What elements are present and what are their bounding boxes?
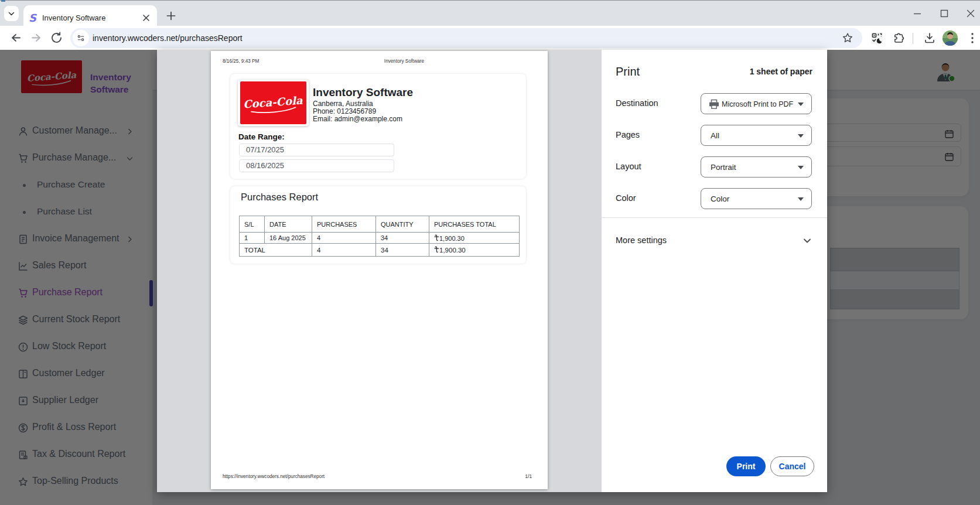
new-tab-button[interactable] xyxy=(166,11,176,21)
window-close-button[interactable] xyxy=(966,9,975,18)
site-settings-icon[interactable] xyxy=(77,34,85,42)
selected-value: Portrait xyxy=(711,163,736,172)
purchases-report-card: Purchases Report S/LDATEPURCHASESQUANTIT… xyxy=(230,186,526,264)
selected-value: Microsoft Print to PDF xyxy=(722,100,793,108)
tab-search-button[interactable] xyxy=(4,6,19,21)
back-button[interactable] xyxy=(9,31,23,45)
download-icon[interactable] xyxy=(924,32,935,44)
setting-label: Layout xyxy=(616,162,641,171)
taka-symbol-icon xyxy=(434,247,439,254)
print-setting-destination: DestinationMicrosoft Print to PDF xyxy=(602,93,827,114)
window-edge-accent xyxy=(1,0,5,2)
browser-tab[interactable]: S Inventory Software xyxy=(23,5,157,26)
browser-toolbar: inventory.wwcoders.net/purchasesReport xyxy=(0,26,980,50)
company-info-card: Coca-Cola Inventory Software Canberra, A… xyxy=(230,74,526,179)
print-header-title: Inventory Software xyxy=(360,59,448,64)
setting-label: Destination xyxy=(616,98,658,108)
selected-value: Color xyxy=(711,195,729,203)
reload-button[interactable] xyxy=(50,31,64,45)
date-to-value: 08/16/2025 xyxy=(239,159,394,172)
url-text: inventory.wwcoders.net/purchasesReport xyxy=(93,33,243,43)
print-dialog: 8/16/25, 9:43 PM Inventory Software Coca… xyxy=(157,50,827,492)
print-setting-pages: PagesAll xyxy=(602,125,827,146)
window-minimize-button[interactable] xyxy=(913,9,922,18)
table-row: 1 16 Aug 2025 4 34 1,900.30 xyxy=(240,233,520,244)
setting-label: Color xyxy=(616,193,636,203)
tab-title: Inventory Software xyxy=(42,13,105,22)
dropdown-caret-icon xyxy=(798,103,804,106)
company-address: Canberra, Australia xyxy=(313,100,373,108)
tab-strip: S Inventory Software xyxy=(0,0,980,26)
forward-button[interactable] xyxy=(29,31,43,45)
print-dialog-title: Print xyxy=(616,65,640,79)
company-email: Email: admin@example.com xyxy=(313,115,402,123)
print-setting-layout: LayoutPortrait xyxy=(602,156,827,178)
print-header-datetime: 8/16/25, 9:43 PM xyxy=(223,59,259,64)
more-settings-chevron-icon[interactable] xyxy=(803,236,812,245)
tab-close-icon[interactable] xyxy=(142,14,150,22)
date-range-label: Date Range: xyxy=(238,132,285,141)
dropdown-caret-icon xyxy=(798,197,804,201)
address-bar[interactable]: inventory.wwcoders.net/purchasesReport xyxy=(70,28,862,48)
pages-dropdown[interactable]: All xyxy=(701,125,812,146)
dropdown-caret-icon xyxy=(798,166,804,169)
chevron-down-icon xyxy=(8,10,15,18)
browser-menu-icon[interactable] xyxy=(969,32,976,45)
table-header-row: S/LDATEPURCHASESQUANTITYPURCHASES TOTAL xyxy=(240,216,520,233)
dropdown-caret-icon xyxy=(798,134,804,138)
report-title: Purchases Report xyxy=(241,192,318,203)
purchases-table: S/LDATEPURCHASESQUANTITYPURCHASES TOTAL … xyxy=(239,216,520,257)
site-favicon-icon: S xyxy=(29,12,39,23)
print-preview-page: 8/16/25, 9:43 PM Inventory Software Coca… xyxy=(211,51,548,489)
table-total-row: TOTAL 4 34 1,900.30 xyxy=(240,244,520,257)
taka-symbol-icon xyxy=(434,234,439,241)
company-phone: Phone: 0123456789 xyxy=(313,107,376,115)
cancel-button[interactable]: Cancel xyxy=(770,456,814,476)
print-setting-color: ColorColor xyxy=(602,188,827,209)
selected-value: All xyxy=(711,131,719,140)
bookmark-star-icon[interactable] xyxy=(841,32,854,45)
color-dropdown[interactable]: Color xyxy=(701,188,812,209)
printer-icon xyxy=(708,98,720,110)
extensions-puzzle-icon[interactable] xyxy=(893,32,904,44)
browser-profile-avatar[interactable] xyxy=(943,30,958,46)
print-preview-pane: 8/16/25, 9:43 PM Inventory Software Coca… xyxy=(157,50,602,492)
settings-divider xyxy=(602,217,827,218)
company-logo: Coca-Cola xyxy=(238,80,309,126)
toolbar-separator xyxy=(913,33,913,44)
print-footer-url: https://inventory.wwcoders.net/purchases… xyxy=(223,474,325,479)
qr-scanner-extension-icon[interactable] xyxy=(871,32,883,44)
date-from-value: 07/17/2025 xyxy=(239,144,394,156)
destination-dropdown[interactable]: Microsoft Print to PDF xyxy=(701,93,812,114)
profile-photo xyxy=(943,30,958,46)
print-button[interactable]: Print xyxy=(726,456,766,476)
setting-label: Pages xyxy=(616,130,640,139)
more-settings-label[interactable]: More settings xyxy=(616,236,667,245)
print-settings-panel: Print 1 sheet of paper DestinationMicros… xyxy=(602,50,827,492)
layout-dropdown[interactable]: Portrait xyxy=(701,156,812,178)
print-footer-page: 1/1 xyxy=(504,474,532,479)
sheet-count: 1 sheet of paper xyxy=(750,67,812,76)
company-name: Inventory Software xyxy=(313,86,413,99)
window-maximize-button[interactable] xyxy=(940,9,949,18)
